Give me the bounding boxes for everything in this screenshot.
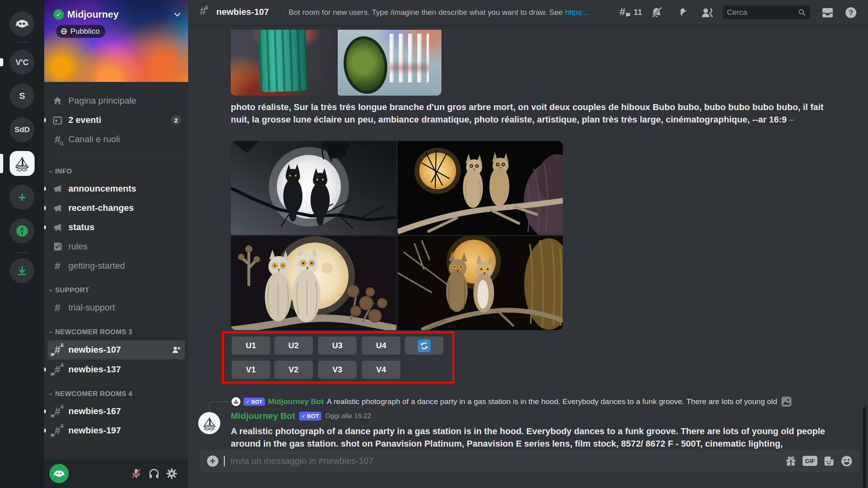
sidebar-channel-announcements[interactable]: announcements	[47, 180, 185, 198]
upscale-u3-button[interactable]: U3	[318, 337, 357, 355]
section-header-support[interactable]: SUPPORT	[48, 286, 185, 294]
sidebar-channel-newbies-167[interactable]: # newbies-167	[47, 402, 185, 421]
sidebar-item-label: 2 eventi	[68, 115, 101, 125]
owl-image-q2	[398, 141, 563, 235]
bot-avatar[interactable]	[198, 412, 220, 434]
prompt-text: photo réaliste, Sur la très très longue …	[231, 102, 823, 125]
chat-scrollbar-thumb[interactable]	[863, 407, 866, 488]
generated-image-grid[interactable]	[231, 141, 563, 330]
threads-icon[interactable]: #	[620, 6, 625, 17]
hash-search-icon: #	[51, 134, 64, 145]
hash-lock-chat-icon: #	[51, 345, 64, 355]
rail-divider	[16, 42, 29, 43]
discord-home-button[interactable]	[10, 11, 35, 36]
gift-icon[interactable]	[785, 455, 797, 467]
reroll-button[interactable]	[405, 337, 443, 355]
upscale-u1-button[interactable]: U1	[232, 337, 270, 355]
channel-name: newbies-197	[68, 425, 121, 436]
user-area	[44, 459, 188, 488]
scrolled-image-right[interactable]	[338, 30, 441, 96]
section-header-newcomer-rooms-4[interactable]: NEWCOMER ROOMS 4	[48, 390, 185, 398]
pinned-messages-icon[interactable]	[676, 6, 688, 20]
verified-badge-icon: ✓	[53, 9, 64, 20]
channel-topic[interactable]: Bot room for new users. Type /imagine th…	[289, 8, 590, 17]
topic-link[interactable]: https:...	[565, 8, 590, 16]
megaphone-icon	[51, 222, 64, 233]
owl-image-q3	[231, 236, 396, 330]
user-avatar[interactable]	[49, 464, 69, 483]
unread-pill	[44, 118, 46, 122]
sidebar-channel-getting-started[interactable]: # getting-started	[47, 257, 185, 275]
sidebar-channel-rules[interactable]: rules	[47, 237, 185, 256]
section-header-info[interactable]: INFO	[48, 167, 185, 176]
search-box[interactable]: Cerca	[723, 6, 810, 19]
sidebar-channel-recent-changes[interactable]: recent-changes	[47, 199, 185, 217]
server-avatar-vc[interactable]: V'C	[10, 50, 35, 75]
sidebar-channel-newbies-197[interactable]: # newbies-197	[47, 421, 185, 440]
gif-picker-icon[interactable]: GIF	[802, 456, 817, 466]
search-placeholder: Cerca	[727, 8, 798, 17]
reply-reference[interactable]: ✓ BOT Midjourney Bot A realistic photogr…	[232, 396, 792, 408]
variation-v4-button[interactable]: V4	[362, 361, 400, 379]
server-header[interactable]: ✓ Midjourney	[53, 9, 182, 20]
member-list-icon[interactable]	[700, 6, 713, 21]
message-input[interactable]	[230, 456, 779, 466]
unread-pill	[44, 429, 46, 433]
server-avatar-s[interactable]: S	[10, 84, 35, 108]
message-header: Midjourney Bot ✓ BOT Oggi alle 16:22	[231, 411, 371, 421]
help-icon[interactable]: ?	[845, 6, 857, 20]
sailboat-icon	[201, 415, 218, 431]
sidebar-channel-trial-support[interactable]: # trial-support	[47, 298, 185, 317]
channel-hash-lock-icon: #	[200, 6, 206, 17]
sidebar-item-channels-roles[interactable]: # Canali e ruoli	[47, 130, 185, 149]
channel-topic-text: Bot room for new users. Type /imagine th…	[289, 8, 565, 16]
variation-v2-button[interactable]: V2	[274, 361, 313, 379]
notifications-muted-icon[interactable]	[650, 6, 663, 21]
channel-topbar: # newbies-107 Bot room for new users. Ty…	[188, 0, 868, 25]
sidebar-channel-newbies-107[interactable]: # newbies-107	[47, 340, 185, 359]
owl-image-q4	[398, 236, 563, 330]
section-header-newcomer-rooms-3[interactable]: NEWCOMER ROOMS 3	[48, 328, 185, 336]
upload-plus-button[interactable]: +	[207, 455, 218, 467]
emoji-icon[interactable]	[841, 455, 853, 467]
sidebar-channel-newbies-137[interactable]: # newbies-137	[47, 360, 185, 379]
settings-gear-button[interactable]	[166, 468, 178, 480]
reply-author[interactable]: Midjourney Bot	[268, 397, 324, 406]
scrolled-image-detail	[340, 34, 391, 96]
variation-v1-button[interactable]: V1	[232, 361, 270, 379]
add-server-button[interactable]: +	[10, 185, 35, 210]
server-avatar-midjourney[interactable]	[10, 151, 35, 176]
sidebar-item-label: Canali e ruoli	[68, 134, 120, 145]
sidebar-channel-status[interactable]: status	[47, 218, 185, 237]
sidebar-item-home[interactable]: Pagina principale	[47, 92, 185, 110]
channel-name: trial-support	[68, 302, 115, 313]
channel-name: newbies-167	[68, 406, 121, 417]
scrolled-image-left[interactable]	[231, 30, 336, 96]
headphones-button[interactable]	[148, 468, 160, 480]
section-title: SUPPORT	[55, 286, 89, 294]
bot-check-icon: ✓	[302, 413, 306, 419]
inbox-icon[interactable]	[821, 6, 834, 20]
channel-sidebar: ✓ Midjourney Pubblico Pagina principale	[44, 0, 188, 488]
variation-v3-button[interactable]: V3	[318, 361, 357, 379]
upscale-u4-button[interactable]: U4	[362, 337, 400, 355]
message-text: A realistic photograph of a dance party …	[231, 425, 830, 450]
create-invite-icon[interactable]	[171, 345, 181, 355]
sticker-icon[interactable]	[823, 455, 835, 467]
server-avatar-sdd[interactable]: SdD	[10, 117, 35, 142]
sidebar-item-events[interactable]: 2 eventi 2	[47, 111, 185, 129]
hash-icon: #	[51, 302, 64, 313]
channel-name: rules	[68, 241, 88, 252]
mic-muted-button[interactable]	[130, 468, 142, 480]
home-icon	[51, 96, 64, 106]
explore-servers-button[interactable]	[10, 218, 35, 243]
chevron-down-icon	[48, 392, 53, 396]
megaphone-icon	[51, 203, 64, 213]
download-apps-button[interactable]	[10, 258, 35, 283]
upscale-u2-button[interactable]: U2	[274, 337, 313, 355]
bot-badge-label: BOT	[307, 413, 319, 419]
reply-bot-avatar	[232, 397, 240, 406]
channel-name: newbies-107	[68, 345, 121, 355]
message-author[interactable]: Midjourney Bot	[231, 411, 295, 421]
message-composer[interactable]: + GIF	[200, 450, 860, 472]
